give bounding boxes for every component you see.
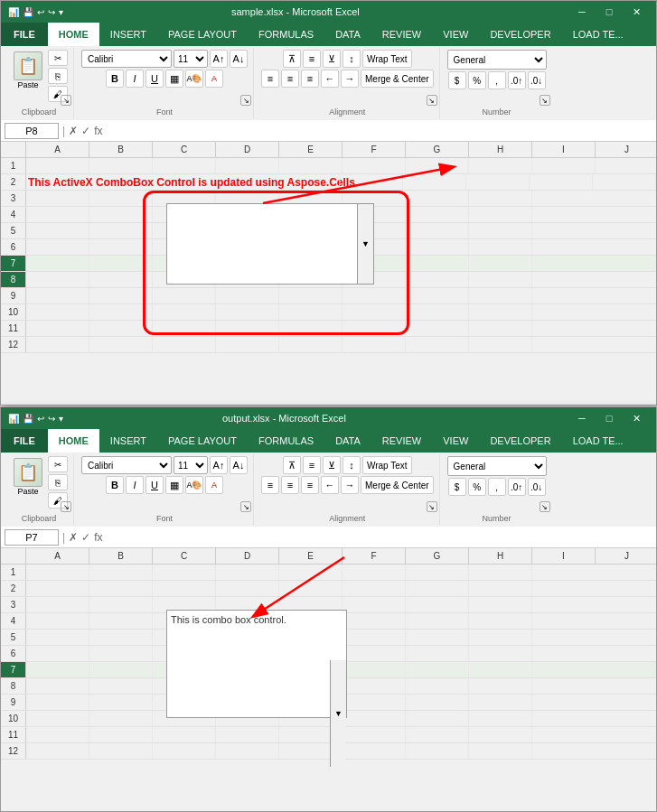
col-i-1[interactable]: I xyxy=(532,142,596,157)
close-button[interactable]: ✕ xyxy=(624,4,649,20)
row-2-header[interactable]: 2 xyxy=(1,174,26,190)
cell2-b1[interactable] xyxy=(89,565,153,580)
cell-c11[interactable] xyxy=(153,321,216,336)
font-color-button-1[interactable]: A xyxy=(205,70,223,88)
formula-input-1[interactable] xyxy=(106,123,652,139)
cell2-f6[interactable] xyxy=(343,646,406,661)
cell-g2[interactable] xyxy=(530,174,593,190)
align-right-btn-2[interactable]: ≡ xyxy=(301,476,319,494)
align-middle-btn-2[interactable]: ≡ xyxy=(303,456,321,474)
combo-box-control-1[interactable]: ▼ xyxy=(166,203,374,285)
cell-h2[interactable] xyxy=(593,174,656,190)
cell2-b12[interactable] xyxy=(89,743,153,759)
cell2-a3[interactable] xyxy=(26,597,89,612)
cell2-d1[interactable] xyxy=(216,565,279,580)
borders-button-2[interactable]: ▦ xyxy=(165,476,183,494)
cell-g12[interactable] xyxy=(406,337,469,352)
cell-a9[interactable] xyxy=(26,288,89,303)
redo-icon[interactable]: ↪ xyxy=(48,7,55,17)
col-c-1[interactable]: C xyxy=(153,142,216,157)
text-direction-btn-2[interactable]: ↕ xyxy=(343,456,361,474)
cell2-h11[interactable] xyxy=(469,727,532,742)
cell-h1[interactable] xyxy=(469,158,532,173)
cell2-h9[interactable] xyxy=(469,695,532,710)
cell-h8[interactable] xyxy=(469,272,532,287)
cell-f10[interactable] xyxy=(343,304,406,320)
increase-dec-btn-1[interactable]: .0↑ xyxy=(508,71,526,89)
dollar-btn-1[interactable]: $ xyxy=(448,71,466,89)
cell2-b3[interactable] xyxy=(89,597,153,612)
align-center-btn-1[interactable]: ≡ xyxy=(281,70,299,88)
col-g-2[interactable]: G xyxy=(406,548,469,564)
align-middle-btn-1[interactable]: ≡ xyxy=(303,50,321,68)
cell-h4[interactable] xyxy=(469,207,532,222)
italic-button-1[interactable]: I xyxy=(126,70,144,88)
tab-view-2[interactable]: VIEW xyxy=(432,429,479,453)
dollar-btn-2[interactable]: $ xyxy=(448,478,466,496)
cut-button-2[interactable]: ✂ xyxy=(48,456,68,472)
col-j-1[interactable]: J xyxy=(596,142,656,157)
cell2-g9[interactable] xyxy=(406,695,469,710)
cell-f2[interactable] xyxy=(466,174,530,190)
cell-a1[interactable] xyxy=(26,158,89,173)
save-icon-2[interactable]: 💾 xyxy=(23,414,33,424)
tab-view-1[interactable]: VIEW xyxy=(432,23,479,46)
col-c-2[interactable]: C xyxy=(153,548,216,564)
cell2-h3[interactable] xyxy=(469,597,532,612)
increase-indent-btn-2[interactable]: → xyxy=(341,476,359,494)
merge-center-button-2[interactable]: Merge & Center xyxy=(361,476,434,494)
cell2-c1[interactable] xyxy=(153,565,216,580)
cell2-b8[interactable] xyxy=(89,678,153,694)
cell-d9[interactable] xyxy=(216,288,279,303)
cell2-g5[interactable] xyxy=(406,630,469,645)
text-direction-btn-1[interactable]: ↕ xyxy=(343,50,361,68)
decrease-font-btn-1[interactable]: A↓ xyxy=(230,50,248,68)
cell-a5[interactable] xyxy=(26,223,89,238)
tab-loadte-1[interactable]: LOAD TE... xyxy=(562,23,634,46)
tab-review-2[interactable]: REVIEW xyxy=(371,429,432,453)
cell-g6[interactable] xyxy=(406,239,469,255)
row-7-header[interactable]: 7 xyxy=(1,256,26,271)
row-1-header[interactable]: 1 xyxy=(1,158,26,173)
cell-a8[interactable] xyxy=(26,272,89,287)
col-e-1[interactable]: E xyxy=(279,142,343,157)
undo-icon[interactable]: ↩ xyxy=(37,7,44,17)
cell-c2[interactable] xyxy=(277,174,340,190)
cell-e11[interactable] xyxy=(279,321,343,336)
cell-g11[interactable] xyxy=(406,321,469,336)
cell2-f7[interactable] xyxy=(343,662,406,677)
cell2-b5[interactable] xyxy=(89,630,153,645)
increase-dec-btn-2[interactable]: .0↑ xyxy=(508,478,526,496)
cell2-a4[interactable] xyxy=(26,613,89,629)
cell2-f9[interactable] xyxy=(343,695,406,710)
row-5-header[interactable]: 5 xyxy=(1,223,26,238)
customize-icon-2[interactable]: ▾ xyxy=(59,414,63,424)
number-format-select-1[interactable]: General xyxy=(447,50,547,70)
cell-g10[interactable] xyxy=(406,304,469,320)
col-a-1[interactable]: A xyxy=(26,142,89,157)
maximize-button[interactable]: □ xyxy=(596,4,622,20)
tab-pagelayout-2[interactable]: PAGE LAYOUT xyxy=(157,429,248,453)
row-5-header-2[interactable]: 5 xyxy=(1,630,26,645)
cell-f1[interactable] xyxy=(343,158,406,173)
increase-font-btn-2[interactable]: A↑ xyxy=(210,456,228,474)
cell2-b4[interactable] xyxy=(89,613,153,629)
row-1-header-2[interactable]: 1 xyxy=(1,565,26,580)
cell-d10[interactable] xyxy=(216,304,279,320)
cell-b4[interactable] xyxy=(89,207,153,222)
cell-e12[interactable] xyxy=(279,337,343,352)
cell2-a5[interactable] xyxy=(26,630,89,645)
minimize-button[interactable]: ─ xyxy=(569,4,595,20)
cell-a3[interactable] xyxy=(26,191,89,206)
cell-d2[interactable] xyxy=(340,174,403,190)
decrease-dec-btn-2[interactable]: .0↓ xyxy=(528,478,546,496)
col-h-2[interactable]: H xyxy=(469,548,532,564)
wrap-text-button-2[interactable]: Wrap Text xyxy=(362,456,412,474)
align-right-btn-1[interactable]: ≡ xyxy=(301,70,319,88)
alignment-expand-1[interactable]: ↘ xyxy=(427,95,437,106)
cell-h9[interactable] xyxy=(469,288,532,303)
redo-icon-2[interactable]: ↪ xyxy=(48,414,55,424)
cell2-d2[interactable] xyxy=(216,581,279,596)
cell-g9[interactable] xyxy=(406,288,469,303)
tab-review-1[interactable]: REVIEW xyxy=(371,23,432,46)
